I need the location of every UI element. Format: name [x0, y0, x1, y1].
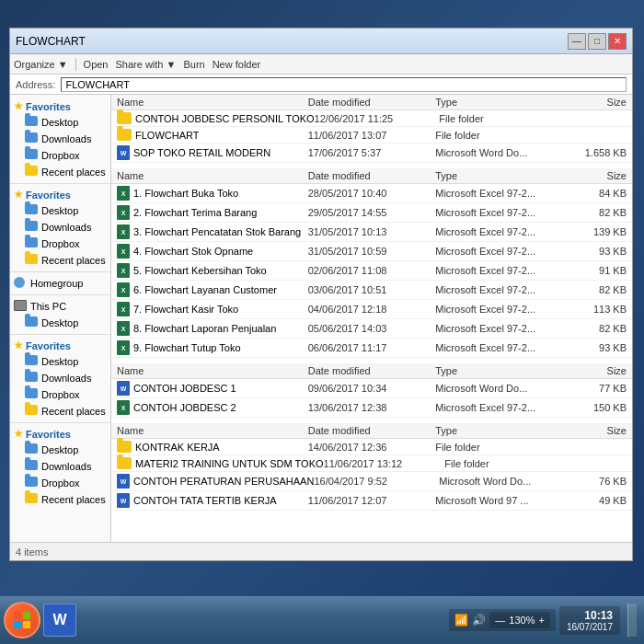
col-headers-3: Name Date modified Type Size	[111, 363, 632, 379]
table-row[interactable]: X 7. Flowchart Kasir Toko 04/06/2017 12:…	[111, 300, 632, 319]
table-row[interactable]: W SOP TOKO RETAIL MODERN 17/06/2017 5:37…	[111, 144, 632, 163]
table-row[interactable]: KONTRAK KERJA 14/06/2017 12:36 File fold…	[111, 439, 632, 455]
network-icon[interactable]: 📶	[454, 614, 468, 627]
volume-icon[interactable]: 🔊	[472, 614, 486, 627]
zoom-control: — 130% +	[489, 612, 550, 628]
sidebar-item-downloads2[interactable]: Downloads	[10, 219, 110, 236]
sidebar-item-desktop2[interactable]: Desktop	[10, 202, 110, 219]
svg-rect-0	[14, 612, 21, 619]
file-date: 17/06/2017 5:37	[308, 147, 436, 158]
folder-icon	[25, 149, 38, 162]
favorites2-label: Favorites	[26, 190, 71, 201]
folder-icon	[25, 460, 38, 473]
table-row[interactable]: X 3. Flowchart Pencatatan Stok Barang 31…	[111, 223, 632, 242]
table-row[interactable]: X 6. Flowchart Layanan Customer 03/06/20…	[111, 281, 632, 300]
star-icon: ★	[14, 428, 23, 440]
table-row[interactable]: W CONTOH JOBDESC 1 09/06/2017 10:34 Micr…	[111, 379, 632, 398]
word-taskbar-button[interactable]: W	[43, 604, 76, 637]
sidebar-item-label: Dropbox	[41, 150, 80, 161]
sidebar-item-downloads1[interactable]: Downloads	[10, 131, 110, 147]
sidebar-item-label: Desktop	[41, 205, 78, 216]
sidebar-item-recent4[interactable]: Recent places	[10, 491, 110, 508]
favorites3-header[interactable]: ★ Favorites	[10, 338, 110, 353]
sidebar-item-desktop3[interactable]: Desktop	[10, 353, 110, 370]
table-row[interactable]: W CONTOH TATA TERTIB KERJA 11/06/2017 12…	[111, 491, 632, 511]
minimize-button[interactable]: —	[568, 33, 586, 50]
folder-icon	[25, 166, 38, 178]
table-row[interactable]: X CONTOH JOBDESC 2 13/06/2017 12:38 Micr…	[111, 398, 632, 418]
sidebar-item-downloads4[interactable]: Downloads	[10, 458, 110, 475]
zoom-minus[interactable]: —	[495, 615, 505, 626]
table-row[interactable]: X 8. Flowchart Laporan Penjualan 05/06/2…	[111, 319, 632, 339]
explorer-content: ★ Favorites Desktop Downloads Dropbox	[10, 95, 632, 542]
table-row[interactable]: CONTOH JOBDESC PERSONIL TOKO 12/06/2017 …	[111, 110, 632, 127]
col-headers-4: Name Date modified Type Size	[111, 423, 632, 439]
zoom-level: 130%	[509, 615, 535, 626]
table-row[interactable]: MATERI2 TRAINING UNTUK SDM TOKO 11/06/20…	[111, 455, 632, 472]
table-row[interactable]: X 5. Flowchart Kebersihan Toko 02/06/201…	[111, 261, 632, 281]
clock[interactable]: 10:13 16/07/2017	[559, 606, 620, 635]
close-button[interactable]: ✕	[608, 33, 627, 50]
favorites2-header[interactable]: ★ Favorites	[10, 187, 110, 202]
folder-icon	[117, 441, 132, 453]
sidebar-item-dropbox3[interactable]: Dropbox	[10, 386, 110, 403]
sidebar-item-dropbox4[interactable]: Dropbox	[10, 475, 110, 491]
sidebar-item-label: Dropbox	[41, 477, 80, 489]
table-row[interactable]: X 9. Flowchart Tutup Toko 06/06/2017 11:…	[111, 339, 632, 358]
sidebar-item-dropbox1[interactable]: Dropbox	[10, 147, 110, 164]
sidebar-item-recent2[interactable]: Recent places	[10, 252, 110, 269]
table-row[interactable]: X 4. Flowchart Stok Opname 31/05/2017 10…	[111, 242, 632, 261]
sidebar-item-recent1[interactable]: Recent places	[10, 164, 110, 180]
file-name: 8. Flowchart Laporan Penjualan	[133, 323, 276, 334]
start-button[interactable]	[4, 602, 40, 638]
file-size: 91 KB	[563, 265, 627, 276]
svg-rect-1	[23, 612, 30, 619]
sidebar-item-downloads3[interactable]: Downloads	[10, 370, 110, 386]
excel-icon: X	[117, 340, 130, 355]
table-row[interactable]: X 1. Flowchart Buka Toko 28/05/2017 10:4…	[111, 184, 632, 203]
sidebar-item-desktop4[interactable]: Desktop	[10, 442, 110, 458]
col-headers-2: Name Date modified Type Size	[111, 168, 632, 184]
new-folder-button[interactable]: New folder	[213, 59, 261, 70]
folder-icon	[25, 405, 38, 418]
sidebar-item-label: Downloads	[41, 373, 91, 384]
open-button[interactable]: Open	[84, 59, 109, 70]
file-size: 49 KB	[563, 495, 627, 506]
folder-icon	[25, 443, 38, 456]
divider2	[10, 271, 110, 272]
table-row[interactable]: X 2. Flowchart Terima Barang 29/05/2017 …	[111, 203, 632, 223]
star-icon: ★	[14, 100, 23, 112]
file-date: 28/05/2017 10:40	[308, 188, 436, 199]
nav-section-favorites1: ★ Favorites Desktop Downloads Dropbox	[10, 98, 110, 180]
table-row[interactable]: FLOWCHART 11/06/2017 13:07 File folder	[111, 127, 632, 144]
sidebar-item-homegroup[interactable]: Homegroup	[10, 275, 110, 292]
nav-section-thispc: This PC Desktop	[10, 298, 110, 331]
explorer-toolbar: Organize ▼ Open Share with ▼ Burn New fo…	[10, 54, 632, 75]
organize-button[interactable]: Organize ▼	[14, 59, 68, 70]
sidebar-item-recent3[interactable]: Recent places	[10, 403, 110, 420]
show-desktop-button[interactable]	[627, 604, 637, 637]
address-bar: Address:	[10, 75, 632, 95]
svg-rect-2	[14, 621, 21, 628]
sidebar-item-label: Recent places	[41, 406, 106, 417]
word-icon: W	[117, 381, 130, 396]
sidebar-item-desktop-pc[interactable]: Desktop	[10, 315, 110, 331]
sidebar-item-desktop1[interactable]: Desktop	[10, 114, 110, 131]
address-input[interactable]	[61, 77, 627, 92]
maximize-button[interactable]: □	[588, 33, 606, 50]
share-button[interactable]: Share with ▼	[116, 59, 177, 70]
sidebar-item-dropbox2[interactable]: Dropbox	[10, 236, 110, 252]
file-type: Microsoft Excel 97-2...	[435, 342, 563, 353]
file-name: CONTOH PERATURAN PERUSAHAAN	[133, 476, 314, 487]
file-type: Microsoft Excel 97-2...	[435, 188, 563, 199]
file-date: 14/06/2017 12:36	[308, 442, 436, 453]
burn-button[interactable]: Burn	[183, 59, 204, 70]
sidebar-item-thispc[interactable]: This PC	[10, 298, 110, 315]
file-type: Microsoft Excel 97-2...	[435, 402, 563, 413]
table-row[interactable]: W CONTOH PERATURAN PERUSAHAAN 16/04/2017…	[111, 472, 632, 491]
favorites4-header[interactable]: ★ Favorites	[10, 426, 110, 442]
sidebar-item-label: Dropbox	[41, 238, 80, 249]
file-name: CONTOH TATA TERTIB KERJA	[133, 495, 277, 506]
zoom-plus[interactable]: +	[539, 615, 545, 626]
favorites-header[interactable]: ★ Favorites	[10, 98, 110, 114]
